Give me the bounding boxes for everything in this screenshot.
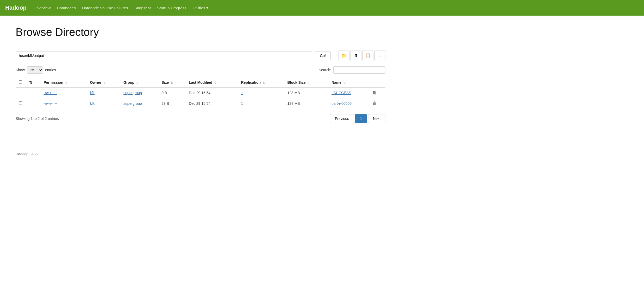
nav-link-snapshot[interactable]: Snapshot — [134, 5, 151, 11]
header-last-modified[interactable]: Last Modified ⇅ — [186, 78, 238, 87]
show-entries: Show 102550100 entries — [16, 66, 56, 74]
table-row: -rw-r--r-- kfk supergroup 29 B Dec 29 15… — [16, 98, 385, 109]
header-replication[interactable]: Replication ⇅ — [238, 78, 284, 87]
row-select-1[interactable] — [19, 101, 22, 105]
row-last-modified-1: Dec 29 15:54 — [186, 98, 238, 109]
name-link-1[interactable]: part-r-00000 — [332, 101, 352, 106]
files-table: ⇅ Permission ⇅ Owner ⇅ Group ⇅ Size ⇅ La… — [16, 78, 385, 109]
table-body: -rw-r--r-- kfk supergroup 0 B Dec 29 15:… — [16, 87, 385, 109]
footer-text: Hadoop, 2022. — [16, 152, 40, 156]
row-replication-0: 1 — [238, 87, 284, 98]
header-checkbox-col — [16, 78, 26, 87]
utilities-dropdown[interactable]: Utilities ▾ — [193, 5, 208, 10]
list-icon-btn[interactable]: 📋 — [362, 50, 373, 61]
row-owner-1: kfk — [87, 98, 120, 109]
row-name-1: part-r-00000 — [328, 98, 369, 109]
row-size-1: 29 B — [158, 98, 186, 109]
icon-btn-group: 📁 ⬆ 📋 ↕ — [339, 50, 385, 61]
row-owner-0: kfk — [87, 87, 120, 98]
group-link-0[interactable]: supergroup — [123, 91, 142, 95]
row-select-0[interactable] — [19, 91, 22, 94]
delete-button-1[interactable]: 🗑 — [372, 101, 377, 106]
search-input[interactable] — [333, 66, 385, 74]
footer: Hadoop, 2022. — [0, 144, 644, 164]
permission-link-1[interactable]: -rw-r--r-- — [44, 101, 57, 106]
nav-link-datanodes[interactable]: Datanodes — [57, 5, 76, 11]
move-icon-btn[interactable]: ↕ — [374, 50, 385, 61]
size-sort-icon: ⇅ — [171, 81, 173, 84]
group-link-1[interactable]: supergroup — [123, 101, 142, 106]
entries-select[interactable]: 102550100 — [27, 66, 43, 74]
table-header: ⇅ Permission ⇅ Owner ⇅ Group ⇅ Size ⇅ La… — [16, 78, 385, 87]
header-group[interactable]: Group ⇅ — [120, 78, 158, 87]
showing-text: Showing 1 to 2 of 2 entries — [16, 116, 59, 121]
pagination-buttons: Previous 1 Next — [330, 114, 385, 123]
row-replication-1: 1 — [238, 98, 284, 109]
row-block-size-0: 128 MB — [284, 87, 328, 98]
nav-link-overview[interactable]: Overview — [34, 5, 51, 11]
path-bar: Go! 📁 ⬆ 📋 ↕ — [16, 50, 385, 61]
header-sort-col: ⇅ — [26, 78, 41, 87]
row-last-modified-0: Dec 29 15:54 — [186, 87, 238, 98]
permission-sort-icon: ⇅ — [65, 81, 67, 84]
header-permission[interactable]: Permission ⇅ — [41, 78, 87, 87]
nav-link-startup-progress[interactable]: Startup Progress — [157, 5, 186, 11]
previous-button[interactable]: Previous — [330, 114, 354, 123]
block-size-sort-icon: ⇅ — [307, 81, 310, 84]
show-label: Show — [16, 68, 25, 72]
row-block-size-1: 128 MB — [284, 98, 328, 109]
permission-link-0[interactable]: -rw-r--r-- — [44, 91, 57, 95]
row-icon-1 — [26, 98, 41, 109]
entries-label: entries — [45, 68, 56, 72]
row-name-0: _SUCCESS — [328, 87, 369, 98]
nav-link-datanode-volume-failures[interactable]: Datanode Volume Failures — [82, 5, 128, 11]
page-title: Browse Directory — [16, 26, 385, 38]
name-link-0[interactable]: _SUCCESS — [332, 91, 351, 95]
page-1-button[interactable]: 1 — [355, 114, 367, 123]
folder-icon-btn[interactable]: 📁 — [339, 50, 349, 61]
row-delete-1: 🗑 — [369, 98, 385, 109]
owner-link-1[interactable]: kfk — [90, 101, 95, 106]
upload-icon-btn[interactable]: ⬆ — [351, 50, 361, 61]
row-checkbox-0 — [16, 87, 26, 98]
brand-logo: Hadoop — [5, 4, 27, 11]
name-sort-icon: ⇅ — [343, 81, 346, 84]
select-all-checkbox[interactable] — [19, 80, 22, 84]
search-label: Search: — [319, 68, 331, 72]
row-permission-1: -rw-r--r-- — [41, 98, 87, 109]
path-input[interactable] — [16, 51, 312, 60]
replication-sort-icon: ⇅ — [262, 81, 265, 84]
row-size-0: 0 B — [158, 87, 186, 98]
pagination-row: Showing 1 to 2 of 2 entries Previous 1 N… — [16, 114, 385, 123]
header-owner[interactable]: Owner ⇅ — [87, 78, 120, 87]
sort-arrows-icon: ⇅ — [29, 80, 32, 85]
owner-sort-icon: ⇅ — [103, 81, 105, 84]
header-size[interactable]: Size ⇅ — [158, 78, 186, 87]
header-name[interactable]: Name ⇅ — [328, 78, 369, 87]
table-row: -rw-r--r-- kfk supergroup 0 B Dec 29 15:… — [16, 87, 385, 98]
nav-links: OverviewDatanodesDatanode Volume Failure… — [34, 6, 193, 10]
group-sort-icon: ⇅ — [136, 81, 139, 84]
replication-link-1[interactable]: 1 — [241, 101, 243, 106]
search-group: Search: — [319, 66, 385, 74]
row-group-1: supergroup — [120, 98, 158, 109]
row-delete-0: 🗑 — [369, 87, 385, 98]
delete-button-0[interactable]: 🗑 — [372, 90, 377, 95]
controls-row: Show 102550100 entries Search: — [16, 66, 385, 74]
row-checkbox-1 — [16, 98, 26, 109]
navbar: Hadoop OverviewDatanodesDatanode Volume … — [0, 0, 644, 16]
header-block-size[interactable]: Block Size ⇅ — [284, 78, 328, 87]
row-permission-0: -rw-r--r-- — [41, 87, 87, 98]
next-button[interactable]: Next — [368, 114, 385, 123]
last-modified-sort-icon: ⇅ — [214, 81, 216, 84]
header-action — [369, 78, 385, 87]
replication-link-0[interactable]: 1 — [241, 91, 243, 95]
divider — [16, 44, 385, 44]
go-button[interactable]: Go! — [315, 51, 331, 60]
utilities-dropdown-btn[interactable]: Utilities ▾ — [193, 5, 208, 10]
row-group-0: supergroup — [120, 87, 158, 98]
owner-link-0[interactable]: kfk — [90, 91, 95, 95]
row-icon-0 — [26, 87, 41, 98]
main-content: Browse Directory Go! 📁 ⬆ 📋 ↕ Show 102550… — [0, 16, 401, 133]
